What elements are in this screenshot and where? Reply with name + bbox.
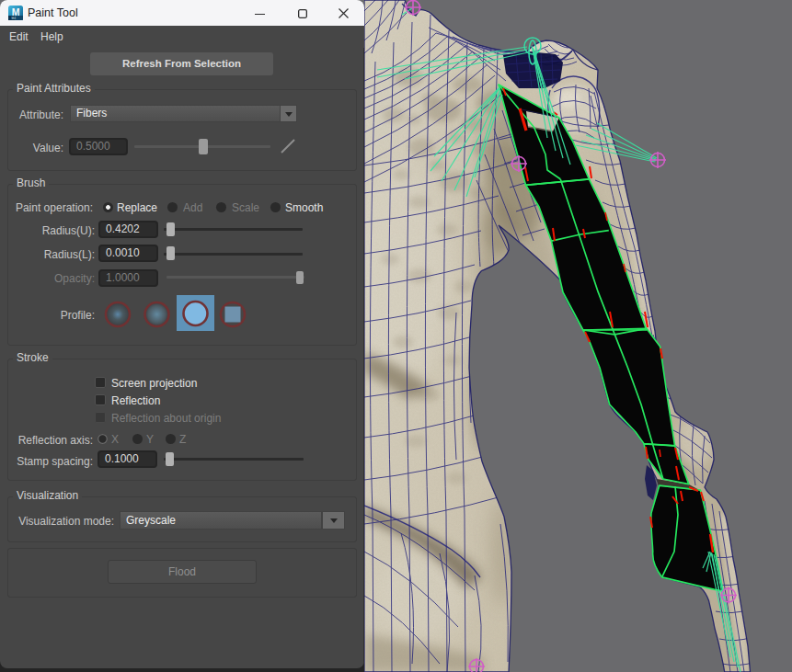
svg-text:M: M: [12, 6, 20, 17]
svg-text:M4: M4: [12, 17, 17, 20]
